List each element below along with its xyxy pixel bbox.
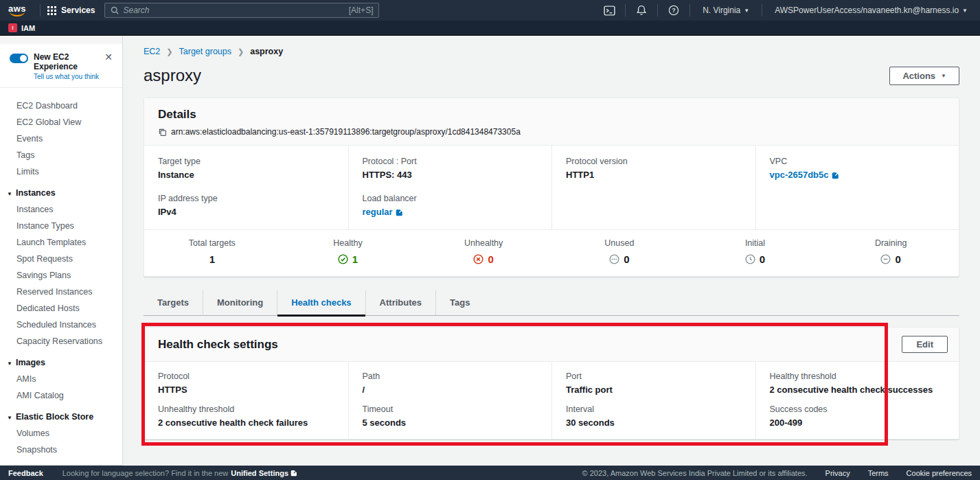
chevron-down-icon: ▼ bbox=[962, 8, 968, 14]
healthy-check-icon bbox=[338, 254, 348, 264]
help-icon[interactable]: ? bbox=[665, 5, 683, 16]
sidebar-item-amis[interactable]: AMIs bbox=[0, 371, 122, 387]
services-label: Services bbox=[61, 5, 95, 15]
notifications-bell-icon[interactable] bbox=[633, 5, 650, 16]
services-grid-icon bbox=[47, 6, 56, 15]
sidebar-item-volumes[interactable]: Volumes bbox=[0, 425, 122, 442]
sidebar-item-tags[interactable]: Tags bbox=[0, 147, 122, 163]
vpc-link[interactable]: vpc-2657db5c bbox=[770, 170, 840, 180]
health-check-settings-title: Health check settings bbox=[158, 338, 278, 352]
sidebar-item-instances[interactable]: Instances bbox=[0, 201, 122, 218]
chevron-down-icon: ▼ bbox=[744, 8, 749, 14]
summary-initial: Initial 0 bbox=[687, 238, 823, 265]
sidebar-item-capacity-reservations[interactable]: Capacity Reservations bbox=[0, 333, 122, 350]
field-vpc: VPC vpc-2657db5c bbox=[770, 157, 946, 180]
account-menu[interactable]: AWSPowerUserAccess/navaneeth.kn@harness.… bbox=[769, 5, 973, 15]
divider bbox=[690, 4, 690, 16]
feedback-button[interactable]: Feedback bbox=[8, 469, 43, 477]
tab-health-checks[interactable]: Health checks bbox=[277, 290, 365, 315]
sidebar-section-elastic-block-store[interactable]: ▼Elastic Block Store bbox=[0, 404, 122, 425]
load-balancer-link[interactable]: regular bbox=[363, 207, 404, 217]
privacy-link[interactable]: Privacy bbox=[825, 469, 850, 477]
field-target-type: Target type Instance bbox=[158, 157, 334, 180]
sidebar-item-ec2-dashboard[interactable]: EC2 Dashboard bbox=[0, 98, 122, 114]
aws-smile-icon bbox=[10, 12, 25, 16]
sidebar-section-images[interactable]: ▼Images bbox=[0, 350, 122, 371]
sidebar-item-savings-plans[interactable]: Savings Plans bbox=[0, 267, 122, 284]
sidebar-item-scheduled-instances[interactable]: Scheduled Instances bbox=[0, 317, 122, 333]
recently-visited-bar: I IAM bbox=[0, 21, 980, 36]
summary-draining: Draining 0 bbox=[823, 238, 959, 265]
unhealthy-x-icon bbox=[473, 254, 483, 264]
sidebar-item-launch-templates[interactable]: Launch Templates bbox=[0, 234, 122, 251]
tell-us-link[interactable]: Tell us what you think bbox=[34, 73, 103, 80]
summary-healthy: Healthy 1 bbox=[280, 238, 416, 265]
cookie-preferences-link[interactable]: Cookie preferences bbox=[907, 469, 972, 477]
terms-link[interactable]: Terms bbox=[868, 469, 889, 477]
region-label: N. Virginia bbox=[703, 5, 740, 15]
field-path: Path / bbox=[363, 372, 538, 395]
draining-minus-icon bbox=[880, 254, 891, 264]
sidebar-item-snapshots[interactable]: Snapshots bbox=[0, 442, 122, 458]
iam-label: IAM bbox=[21, 24, 35, 32]
field-healthy-threshold: Healthy threshold 2 consecutive health c… bbox=[770, 372, 946, 395]
field-hc-port: Port Traffic port bbox=[566, 372, 742, 395]
new-experience-title: New EC2 Experience bbox=[34, 52, 103, 71]
sidebar-item-spot-requests[interactable]: Spot Requests bbox=[0, 251, 122, 267]
tab-targets[interactable]: Targets bbox=[144, 290, 203, 315]
breadcrumb: EC2 ❯ Target groups ❯ asproxy bbox=[144, 47, 959, 56]
summary-unhealthy: Unhealthy 0 bbox=[415, 238, 551, 265]
iam-service-icon: I bbox=[8, 23, 17, 32]
main-content: EC2 ❯ Target groups ❯ asproxy asproxy Ac… bbox=[123, 36, 980, 466]
services-menu-button[interactable]: Services bbox=[47, 5, 95, 15]
region-selector[interactable]: N. Virginia ▼ bbox=[697, 5, 755, 15]
breadcrumb-ec2[interactable]: EC2 bbox=[144, 47, 160, 56]
initial-clock-icon bbox=[745, 254, 755, 264]
targets-summary: Total targets 1 Healthy 1 Unhealthy 0 Un… bbox=[144, 229, 959, 276]
sidebar-item-dedicated-hosts[interactable]: Dedicated Hosts bbox=[0, 300, 122, 317]
tab-monitoring[interactable]: Monitoring bbox=[203, 290, 277, 315]
divider bbox=[657, 4, 658, 16]
svg-text:?: ? bbox=[672, 7, 676, 14]
language-selection-text: Looking for language selection? Find it … bbox=[62, 469, 229, 477]
copy-icon[interactable] bbox=[158, 128, 167, 137]
iam-service-shortcut[interactable]: I IAM bbox=[8, 23, 35, 32]
sidebar-item-events[interactable]: Events bbox=[0, 130, 122, 147]
search-input[interactable] bbox=[123, 5, 344, 15]
copyright-text: © 2023, Amazon Web Services India Privat… bbox=[582, 469, 808, 477]
field-load-balancer: Load balancer regular bbox=[363, 194, 538, 217]
new-experience-panel: New EC2 Experience Tell us what you thin… bbox=[0, 44, 122, 88]
new-experience-toggle[interactable] bbox=[10, 54, 28, 63]
sidebar-item-ec2-global-view[interactable]: EC2 Global View bbox=[0, 114, 122, 130]
target-group-arn: arn:aws:elasticloadbalancing:us-east-1:3… bbox=[171, 127, 521, 137]
sidebar-item-instance-types[interactable]: Instance Types bbox=[0, 218, 122, 234]
summary-total-targets: Total targets 1 bbox=[144, 238, 280, 265]
sidebar-item-limits[interactable]: Limits bbox=[0, 163, 122, 180]
breadcrumb-target-groups[interactable]: Target groups bbox=[179, 47, 231, 56]
ec2-sidebar: New EC2 Experience Tell us what you thin… bbox=[0, 36, 123, 466]
cloudshell-icon[interactable] bbox=[600, 5, 618, 16]
sidebar-item-reserved-instances[interactable]: Reserved Instances bbox=[0, 284, 122, 300]
tab-tags[interactable]: Tags bbox=[435, 290, 483, 315]
search-icon bbox=[111, 6, 119, 14]
close-icon[interactable]: ✕ bbox=[103, 52, 114, 62]
field-protocol-version: Protocol version HTTP1 bbox=[566, 157, 742, 180]
chevron-down-icon: ▼ bbox=[7, 191, 12, 197]
edit-button[interactable]: Edit bbox=[902, 336, 948, 353]
tab-attributes[interactable]: Attributes bbox=[365, 290, 435, 315]
aws-logo[interactable]: aws bbox=[8, 5, 26, 16]
global-search[interactable]: [Alt+S] bbox=[104, 3, 379, 18]
actions-button[interactable]: Actions ▼ bbox=[889, 67, 959, 85]
external-link-icon bbox=[832, 171, 840, 179]
field-unhealthy-threshold: Unhealthy threshold 2 consecutive health… bbox=[158, 404, 334, 428]
breadcrumb-current: asproxy bbox=[250, 47, 283, 56]
divider bbox=[625, 4, 626, 16]
unified-settings-link[interactable]: Unified Settings bbox=[231, 469, 298, 477]
search-shortcut-hint: [Alt+S] bbox=[349, 5, 374, 15]
field-protocol-port: Protocol : Port HTTPS: 443 bbox=[363, 157, 538, 180]
external-link-icon bbox=[290, 469, 298, 477]
field-interval: Interval 30 seconds bbox=[566, 404, 742, 428]
sidebar-item-ami-catalog[interactable]: AMI Catalog bbox=[0, 387, 122, 404]
sidebar-section-instances[interactable]: ▼Instances bbox=[0, 180, 122, 201]
field-hc-protocol: Protocol HTTPS bbox=[158, 372, 334, 395]
